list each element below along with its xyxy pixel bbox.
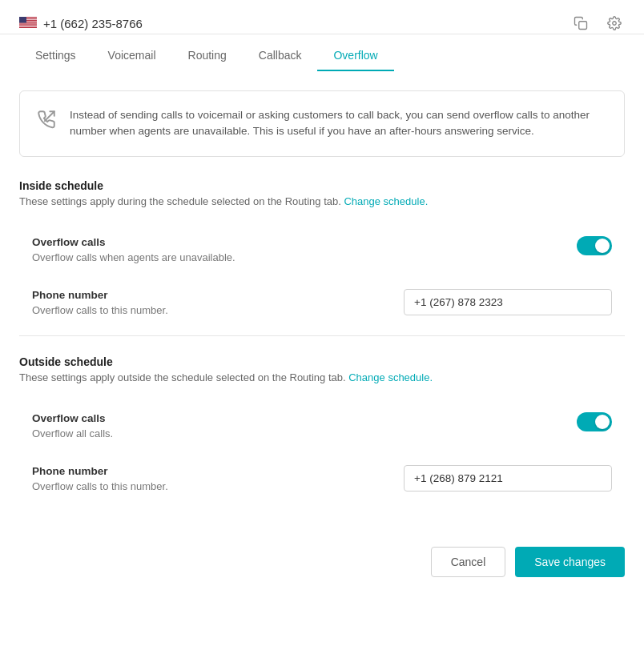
page-content: Instead of sending calls to voicemail or…: [0, 71, 644, 524]
inside-phone-label: Phone number: [32, 289, 168, 301]
outside-overflow-calls-desc: Overflow all calls.: [32, 427, 577, 439]
svg-rect-11: [19, 26, 37, 26]
info-box: Instead of sending calls to voicemail or…: [19, 90, 625, 157]
svg-rect-12: [19, 26, 37, 27]
inside-schedule-subtitle: These settings apply during the schedule…: [19, 195, 625, 207]
tab-settings[interactable]: Settings: [19, 41, 92, 71]
tab-routing[interactable]: Routing: [172, 41, 243, 71]
svg-rect-7: [19, 22, 37, 23]
outside-overflow-toggle-wrapper: [577, 412, 612, 431]
svg-rect-10: [19, 25, 37, 26]
tabs-nav: Settings Voicemail Routing Callback Over…: [0, 41, 644, 71]
copy-icon: [574, 16, 588, 30]
footer-actions: Cancel Save changes: [0, 531, 644, 593]
inside-phone-input[interactable]: [404, 289, 612, 315]
outside-phone-desc: Overflow calls to this number.: [32, 480, 168, 492]
outside-phone-row: Phone number Overflow calls to this numb…: [19, 452, 625, 505]
svg-rect-14: [579, 22, 587, 30]
outside-schedule-section: Outside schedule These settings apply ou…: [19, 355, 625, 505]
svg-rect-13: [19, 17, 26, 23]
tab-overflow[interactable]: Overflow: [317, 41, 393, 71]
inside-overflow-toggle-slider: [577, 236, 612, 255]
header-actions: [570, 13, 625, 34]
flag-icon: [19, 17, 37, 30]
copy-icon-button[interactable]: [570, 13, 591, 34]
save-changes-button[interactable]: Save changes: [515, 547, 625, 577]
cancel-button[interactable]: Cancel: [431, 547, 506, 577]
inside-change-schedule-link[interactable]: Change schedule.: [344, 195, 428, 207]
outside-overflow-calls-row: Overflow calls Overflow all calls.: [19, 399, 625, 452]
section-divider: [19, 335, 625, 336]
gear-icon-button[interactable]: [604, 13, 625, 34]
outside-overflow-toggle[interactable]: [577, 412, 612, 431]
outside-overflow-toggle-slider: [577, 412, 612, 431]
tab-voicemail[interactable]: Voicemail: [92, 41, 172, 71]
inside-overflow-calls-desc: Overflow calls when agents are unavailab…: [32, 251, 577, 263]
inside-schedule-title: Inside schedule: [19, 179, 625, 192]
header: +1 (662) 235-8766: [0, 0, 644, 34]
inside-schedule-section: Inside schedule These settings apply dur…: [19, 179, 625, 329]
outside-phone-input[interactable]: [404, 465, 612, 492]
gear-icon: [607, 16, 622, 30]
tab-callback[interactable]: Callback: [243, 41, 318, 71]
outside-phone-label: Phone number: [32, 465, 168, 477]
outside-change-schedule-link[interactable]: Change schedule.: [348, 371, 433, 383]
svg-rect-8: [19, 23, 37, 24]
inside-phone-desc: Overflow calls to this number.: [32, 304, 168, 316]
phone-number-display: +1 (662) 235-8766: [19, 17, 570, 30]
svg-point-15: [613, 22, 617, 26]
outside-schedule-title: Outside schedule: [19, 355, 625, 368]
inside-overflow-calls-label: Overflow calls: [32, 236, 577, 248]
inside-phone-row: Phone number Overflow calls to this numb…: [19, 276, 625, 329]
info-box-text: Instead of sending calls to voicemail or…: [70, 107, 608, 140]
svg-rect-9: [19, 24, 37, 25]
phone-forward-icon: [36, 109, 57, 134]
outside-schedule-subtitle: These settings apply outside the schedul…: [19, 371, 625, 383]
inside-overflow-toggle[interactable]: [577, 236, 612, 255]
outside-overflow-calls-label: Overflow calls: [32, 412, 577, 424]
phone-number-text: +1 (662) 235-8766: [43, 17, 143, 30]
inside-overflow-toggle-wrapper: [577, 236, 612, 255]
inside-overflow-calls-row: Overflow calls Overflow calls when agent…: [19, 223, 625, 276]
